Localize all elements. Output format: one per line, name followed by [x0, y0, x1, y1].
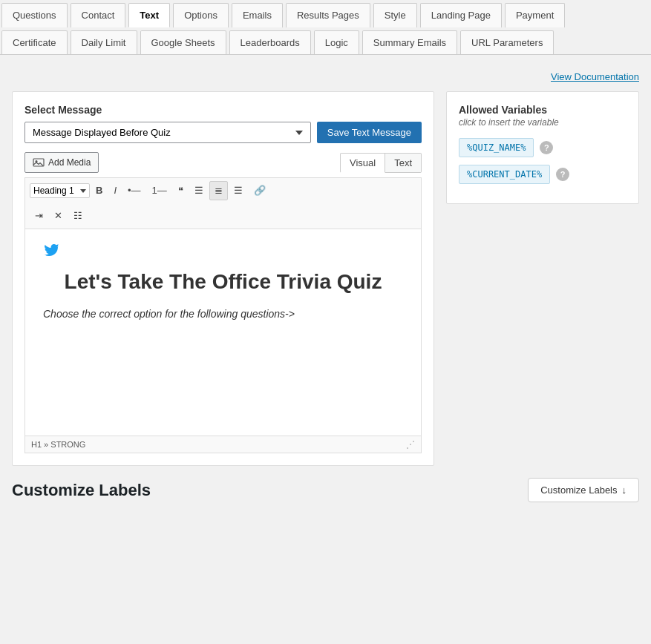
message-select[interactable]: Message Displayed Before Quiz — [24, 122, 311, 143]
tab-url-parameters[interactable]: URL Parameters — [460, 30, 554, 54]
bold-button[interactable]: B — [91, 181, 108, 200]
bottom-row: Customize Labels Customize Labels ↓ — [12, 466, 639, 508]
special-chars-button[interactable]: ✕ — [49, 206, 68, 226]
tab-google-sheets[interactable]: Google Sheets — [140, 30, 226, 54]
align-center-button[interactable]: ≣ — [209, 181, 228, 200]
quiz-name-variable[interactable]: %QUIZ_NAME% — [459, 138, 534, 157]
variable-row-quiz-name: %QUIZ_NAME% ? — [459, 138, 627, 157]
tab-results-pages[interactable]: Results Pages — [286, 3, 370, 27]
tab-leaderboards[interactable]: Leaderboards — [229, 30, 311, 54]
tab-landing-page[interactable]: Landing Page — [420, 3, 502, 27]
current-date-variable[interactable]: %CURRENT_DATE% — [459, 165, 550, 184]
select-message-label: Select Message — [24, 104, 422, 116]
tab-certificate[interactable]: Certificate — [1, 30, 68, 54]
editor-content[interactable]: Let's Take The Office Trivia Quiz Choose… — [24, 229, 422, 436]
add-media-button[interactable]: Add Media — [24, 152, 99, 173]
customize-labels-title: Customize Labels — [12, 481, 151, 500]
indent-button[interactable]: ⇥ — [30, 206, 48, 226]
align-left-button[interactable]: ☰ — [189, 181, 209, 200]
editor-heading: Let's Take The Office Trivia Quiz — [43, 269, 403, 295]
variable-row-current-date: %CURRENT_DATE% ? — [459, 165, 627, 184]
allowed-variables-title: Allowed Variables — [459, 104, 627, 116]
tab-summary-emails[interactable]: Summary Emails — [362, 30, 457, 54]
view-documentation-link[interactable]: View Documentation — [551, 71, 639, 82]
format-bar-row1: Heading 1 Heading 2 Heading 3 Paragraph … — [24, 177, 422, 203]
save-text-message-button[interactable]: Save Text Message — [317, 122, 422, 143]
right-panel: Allowed Variables click to insert the va… — [446, 91, 639, 204]
tab-style[interactable]: Style — [373, 3, 417, 27]
ordered-list-button[interactable]: 1— — [147, 181, 172, 200]
editor-status-bar: H1 » STRONG ⋰ — [24, 436, 422, 453]
link-button[interactable]: 🔗 — [249, 181, 271, 200]
add-media-label: Add Media — [48, 157, 91, 168]
quiz-name-help-icon[interactable]: ? — [540, 141, 553, 154]
table-button[interactable]: ☷ — [68, 206, 88, 226]
italic-button[interactable]: I — [108, 181, 122, 200]
align-right-button[interactable]: ☰ — [229, 181, 248, 200]
tab-payment[interactable]: Payment — [505, 3, 565, 27]
tab-text[interactable]: Text — [128, 3, 170, 27]
allowed-variables-subtitle: click to insert the variable — [459, 117, 627, 128]
customize-labels-chevron-icon: ↓ — [622, 484, 627, 496]
visual-text-tabs: Visual Text — [340, 153, 422, 173]
customize-labels-btn-label: Customize Labels — [540, 484, 617, 496]
tab-bar: QuestionsContactTextOptionsEmailsResults… — [0, 0, 651, 55]
editor-toolbar-top: Add Media Visual Text — [24, 152, 422, 173]
two-col-layout: Select Message Message Displayed Before … — [12, 91, 639, 466]
tab-contact[interactable]: Contact — [71, 3, 126, 27]
view-doc-row: View Documentation — [12, 64, 639, 91]
customize-labels-button[interactable]: Customize Labels ↓ — [528, 478, 639, 502]
format-bar-row2: ⇥ ✕ ☷ — [24, 203, 422, 229]
heading-select[interactable]: Heading 1 Heading 2 Heading 3 Paragraph — [30, 183, 90, 198]
add-media-icon — [33, 157, 45, 168]
twitter-icon — [43, 244, 59, 260]
current-date-help-icon[interactable]: ? — [556, 168, 569, 181]
blockquote-button[interactable]: ❝ — [173, 181, 189, 200]
tab-visual[interactable]: Visual — [340, 153, 385, 173]
unordered-list-button[interactable]: •— — [122, 181, 146, 200]
tab-questions[interactable]: Questions — [1, 3, 68, 27]
editor-body-text: Choose the correct option for the follow… — [43, 308, 403, 320]
tab-options[interactable]: Options — [173, 3, 229, 27]
tab-text[interactable]: Text — [385, 153, 422, 173]
main-content: View Documentation Select Message Messag… — [0, 55, 651, 517]
left-panel: Select Message Message Displayed Before … — [12, 91, 434, 466]
tab-daily-limit[interactable]: Daily Limit — [71, 30, 137, 54]
resize-handle[interactable]: ⋰ — [406, 439, 415, 450]
tab-logic[interactable]: Logic — [314, 30, 359, 54]
select-row: Message Displayed Before Quiz Save Text … — [24, 122, 422, 143]
tab-emails[interactable]: Emails — [232, 3, 283, 27]
editor-path: H1 » STRONG — [31, 440, 85, 449]
twitter-icon-area — [43, 244, 403, 263]
